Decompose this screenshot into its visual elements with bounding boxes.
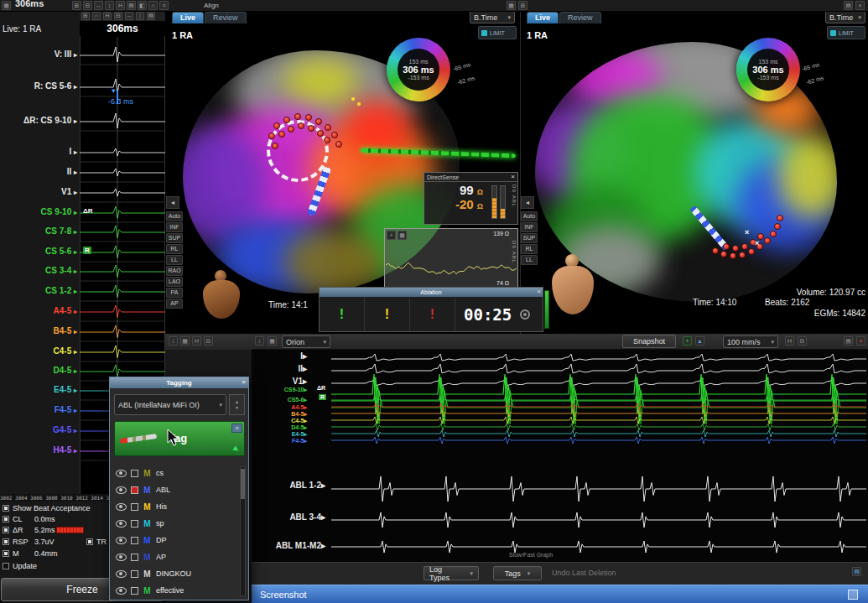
dr-checkbox[interactable] [3,527,9,533]
tags-button[interactable]: Tags▾ [493,566,542,580]
dr-threshold-bar[interactable] [56,527,84,533]
fit-height-icon[interactable]: H [103,12,112,20]
cl-checkbox[interactable] [3,516,9,522]
left-channel-R-CS-5-6[interactable]: R: CS 5-6 ▸ [0,81,77,91]
snapshot-button[interactable]: Snapshot [622,335,676,348]
left-channel-CS-1-2[interactable]: CS 1-2 ▸ [0,286,77,295]
left-channel-V1[interactable]: V1 ▸ [0,187,77,196]
visibility-eye-icon[interactable] [116,470,127,477]
tag-checkbox[interactable] [131,503,138,511]
left-channel-B4-5[interactable]: B4-5 ▸ [0,326,77,335]
left-channel-A4-5[interactable]: A4-5 ▸ [0,306,77,315]
btime-select-left[interactable]: B.Time▾ [470,11,515,23]
visibility-eye-icon[interactable] [116,570,127,578]
egm-channel-II[interactable]: II▸ [245,364,307,373]
pointer-icon[interactable]: ▲ [695,336,704,346]
ablation-titlebar[interactable]: Ablation× [320,288,543,297]
collapse-arrow-button-right[interactable]: ◂ [521,196,534,209]
visibility-eye-icon[interactable] [116,503,127,511]
orient-ll[interactable]: LL [166,255,183,265]
rows-icon[interactable]: ▤ [127,1,136,10]
activation-window-dial-right[interactable]: 153 ms 306 ms -153 ms [736,38,800,101]
left-channel-D4-5[interactable]: D4-5 ▸ [0,366,77,375]
tag-row-cs[interactable]: Mcs [112,465,240,481]
visibility-eye-icon[interactable] [116,486,127,494]
orient-sup[interactable]: SUP [166,233,183,243]
tag-catheter-select[interactable]: ABL (IntellaNav MiFi OI)▾ [114,394,226,415]
tag-checkbox[interactable] [131,486,138,494]
close-panel-icon[interactable]: × [856,336,865,346]
tr-checkbox[interactable] [86,538,93,545]
split-icon[interactable]: ⊟ [114,12,122,20]
tab-review-right[interactable]: Review [559,12,601,23]
tag-row-His[interactable]: MHis [112,498,240,515]
signal-source-select[interactable]: Orion▾ [282,335,330,348]
left-channel-H4-5[interactable]: H4-5 ▸ [0,445,77,455]
left-channel-II[interactable]: II ▸ [0,167,77,176]
grid-icon[interactable]: ⊞ [81,12,90,20]
orient-inf[interactable]: INF [521,222,538,232]
left-channel-F4-5[interactable]: F4-5 ▸ [0,405,77,414]
orient-auto[interactable]: Auto [166,211,183,221]
half-view-icon[interactable]: ◧ [138,1,147,10]
orient-rl[interactable]: RL [166,244,183,254]
left-channel-V-III[interactable]: V: III ▸ [0,49,77,59]
rows-icon[interactable]: ▤ [147,12,155,20]
fit-height-icon[interactable]: H [192,336,201,346]
align-button[interactable]: Align [204,2,219,9]
visibility-eye-icon[interactable] [116,587,127,595]
orient-pa[interactable]: PA [166,288,183,298]
tag-row-DINGKOU[interactable]: MDINGKOU [112,565,240,582]
orient-rao[interactable]: RAO [166,266,183,276]
left-channel-C4-5[interactable]: C4-5 ▸ [0,346,77,356]
tag-checkbox[interactable] [131,470,138,477]
close-icon[interactable]: × [511,174,515,180]
tag-checkbox[interactable] [131,570,138,578]
grid-2-icon[interactable]: ⊞ [518,1,528,10]
left-channel-ΔR-CS-9-10[interactable]: ΔR: CS 9-10 ▸ [0,116,77,125]
orient-sup[interactable]: SUP [521,233,538,243]
magnet-icon[interactable]: ∩ [148,1,158,10]
visibility-eye-icon[interactable] [116,537,127,544]
orient-lao[interactable]: LAO [166,277,183,287]
tagging-titlebar[interactable]: Tagging× [110,377,248,388]
left-channel-CS-7-8[interactable]: CS 7-8 ▸ [0,226,77,236]
left-channel-CS-9-10[interactable]: CS 9-10 ▸ [0,207,77,216]
panel-icon[interactable]: ▤ [844,1,853,10]
limit-button-left[interactable]: LIMIT [478,26,517,39]
egm-channel-V1[interactable]: V1▸ [245,377,307,386]
left-channel-E4-5[interactable]: E4-5 ▸ [0,385,77,394]
pan-v-icon[interactable]: ↕ [169,336,178,346]
limit-button-right[interactable]: LIMIT [827,26,865,39]
tag-list-scrollbar[interactable] [240,466,246,596]
rsp-checkbox[interactable] [3,538,9,545]
orient-ll[interactable]: LL [521,255,538,265]
update-checkbox[interactable] [3,563,9,569]
pan-v-icon[interactable]: ↕ [105,1,114,10]
gear-icon[interactable] [520,309,530,320]
tag-checkbox[interactable] [131,537,138,544]
close-icon[interactable]: × [537,289,541,295]
left-channel-CS-5-6[interactable]: CS 5-6 ▸ [0,247,77,256]
grid-icon[interactable]: ▦ [268,336,277,346]
tab-live-left[interactable]: Live [172,12,204,23]
select-spinner-buttons[interactable]: ▲▼ [229,394,245,415]
screenshot-taskbar-item[interactable]: Screenshot [252,585,868,603]
left-channel-G4-5[interactable]: G4-5 ▸ [0,425,77,434]
magnet-icon[interactable]: ∩ [92,12,101,20]
sweep-speed-select[interactable]: 100 mm/s▾ [723,335,778,348]
tag-checkbox[interactable] [131,520,138,528]
orient-rl[interactable]: RL [521,244,538,254]
add-icon[interactable]: + [683,336,692,346]
layout-icon[interactable]: ▦ [507,1,516,10]
patient-torso-icon-right[interactable] [547,254,600,320]
tag-row-DP[interactable]: MDP [112,532,240,548]
scrollbar-thumb[interactable] [241,469,245,499]
tab-review-left[interactable]: Review [205,12,247,23]
pan-vertical-icon[interactable]: ↕ [255,336,264,346]
collapse-arrow-button-left[interactable]: ◂ [166,196,179,209]
tag-row-AP[interactable]: MAP [112,548,240,565]
egm-channel-I[interactable]: I▸ [245,351,307,361]
fit-height-icon[interactable]: H [116,1,125,10]
layout-icon[interactable]: ▤ [844,336,853,346]
